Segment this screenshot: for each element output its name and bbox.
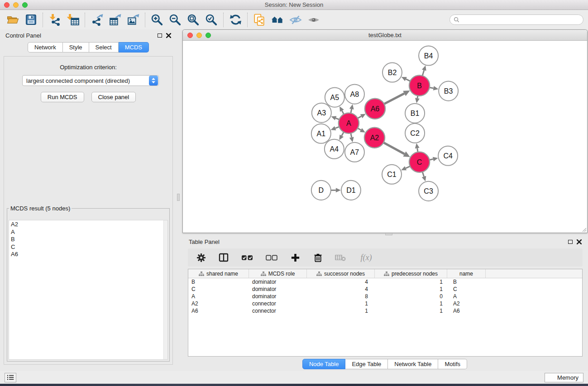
control-panel-title: Control Panel xyxy=(5,32,41,39)
first-neighbors-icon[interactable] xyxy=(268,12,287,28)
memory-button[interactable]: Memory xyxy=(545,373,583,382)
table-panel-title: Table Panel xyxy=(189,238,220,245)
zoom-in-icon[interactable] xyxy=(148,12,166,28)
import-network-icon[interactable] xyxy=(46,12,64,28)
close-panel-icon[interactable] xyxy=(166,33,171,38)
table-cell[interactable]: 1 xyxy=(375,300,447,307)
table-cell[interactable]: connector xyxy=(249,300,307,307)
column-header-name[interactable]: name xyxy=(447,269,486,278)
search-field[interactable] xyxy=(449,14,583,25)
table-cell[interactable]: dominator xyxy=(249,293,307,300)
table-cell[interactable]: A xyxy=(447,293,486,300)
graph-node-label: C2 xyxy=(410,129,420,137)
table-cell[interactable]: A6 xyxy=(188,308,249,314)
table-cell[interactable]: 0 xyxy=(375,293,447,300)
table-cell[interactable]: A xyxy=(188,293,249,300)
export-image-icon[interactable] xyxy=(124,12,142,28)
table-cell[interactable]: dominator xyxy=(249,279,307,285)
mcds-result-item[interactable]: A2 xyxy=(11,221,167,229)
tab-network[interactable]: Network xyxy=(28,42,63,52)
table-cell[interactable]: 1 xyxy=(307,308,375,314)
open-file-icon[interactable] xyxy=(4,12,22,28)
table-row[interactable]: Adominator80A xyxy=(188,293,582,300)
run-mcds-button[interactable]: Run MCDS xyxy=(41,92,84,102)
horizontal-splitter[interactable] xyxy=(182,233,588,236)
tab-network-table[interactable]: Network Table xyxy=(388,359,438,369)
deselect-all-rows-icon[interactable] xyxy=(265,252,278,263)
mcds-result-item[interactable]: C xyxy=(11,243,167,251)
function-builder-icon[interactable]: f(x) xyxy=(357,252,375,263)
refresh-view-icon[interactable] xyxy=(226,12,244,28)
table-row[interactable]: Cdominator41C xyxy=(188,286,582,293)
select-all-rows-icon[interactable] xyxy=(240,252,254,263)
close-panel-icon[interactable] xyxy=(577,239,582,244)
table-row[interactable]: Bdominator41B xyxy=(188,278,582,286)
network-graph[interactable]: AA1A2A3A4A5A6A7A8BB1B2B3B4CC1C2C3C4DD1 xyxy=(183,41,587,233)
table-row[interactable]: A2connector11A2 xyxy=(188,300,582,307)
table-cell[interactable]: 4 xyxy=(307,286,375,292)
export-network-icon[interactable] xyxy=(88,12,106,28)
delete-row-icon[interactable] xyxy=(312,252,324,263)
tab-node-table[interactable]: Node Table xyxy=(302,359,346,369)
graph-node-label: A6 xyxy=(371,105,380,113)
graph-edge-A2-C[interactable] xyxy=(382,142,405,154)
table-row[interactable]: A6connector11A6 xyxy=(188,307,582,315)
table-cell[interactable]: 4 xyxy=(307,279,375,285)
new-network-from-selection-icon[interactable] xyxy=(250,12,268,28)
hide-selected-icon[interactable] xyxy=(287,12,305,28)
table-cell[interactable]: 1 xyxy=(307,300,375,307)
float-panel-icon[interactable] xyxy=(158,33,162,38)
column-header-mcds-role[interactable]: MCDS role xyxy=(249,269,307,278)
splitter-grip[interactable] xyxy=(385,233,392,235)
tab-mcds[interactable]: MCDS xyxy=(119,42,149,52)
attribute-settings-icon[interactable] xyxy=(195,252,207,263)
tab-edge-table[interactable]: Edge Table xyxy=(345,359,388,369)
table-cell[interactable]: connector xyxy=(249,308,307,314)
table-cell[interactable]: 1 xyxy=(375,308,447,314)
node-table: shared name MCDS role successor nodes pr… xyxy=(188,269,583,357)
tab-select[interactable]: Select xyxy=(89,42,119,52)
zoom-fit-icon[interactable] xyxy=(184,12,202,28)
table-cell[interactable]: B xyxy=(188,279,249,285)
graph-node-label: A5 xyxy=(330,94,339,101)
result-scrollbar[interactable] xyxy=(163,220,167,359)
table-cell[interactable]: B xyxy=(447,279,486,285)
table-cell[interactable]: C xyxy=(447,286,486,292)
show-all-icon[interactable] xyxy=(305,12,323,28)
add-row-icon[interactable] xyxy=(289,252,301,263)
column-header-shared-name[interactable]: shared name xyxy=(188,269,249,278)
export-table-icon[interactable] xyxy=(106,12,124,28)
close-panel-button[interactable]: Close panel xyxy=(91,92,136,102)
graph-edge-arrowhead xyxy=(415,98,420,103)
zoom-out-icon[interactable] xyxy=(166,12,184,28)
delete-table-icon[interactable] xyxy=(335,252,346,263)
table-cell[interactable]: A2 xyxy=(188,300,249,307)
mcds-result-list[interactable]: A2ABCA6 xyxy=(9,220,168,360)
column-header-successor-nodes[interactable]: successor nodes xyxy=(307,269,375,278)
mcds-result-item[interactable]: B xyxy=(11,236,167,243)
search-input[interactable] xyxy=(462,17,579,23)
zoom-selected-icon[interactable] xyxy=(202,12,220,28)
column-header-predecessor-nodes[interactable]: predecessor nodes xyxy=(375,269,447,278)
table-cell[interactable]: A2 xyxy=(447,300,486,307)
table-cell[interactable]: 1 xyxy=(375,279,447,285)
table-cell[interactable]: 1 xyxy=(375,286,447,292)
import-table-icon[interactable] xyxy=(64,12,82,28)
table-cell[interactable]: C xyxy=(188,286,249,292)
tab-motifs[interactable]: Motifs xyxy=(438,359,467,369)
table-cell[interactable]: dominator xyxy=(249,286,307,292)
table-cell[interactable]: A6 xyxy=(447,308,486,314)
mcds-result-item[interactable]: A xyxy=(11,229,167,236)
save-session-icon[interactable] xyxy=(22,12,40,28)
float-panel-icon[interactable] xyxy=(568,240,573,244)
graph-edge-A6-B[interactable] xyxy=(383,93,404,105)
splitter-grip[interactable] xyxy=(177,194,180,201)
show-column-icon[interactable] xyxy=(218,252,229,263)
resize-grip-icon[interactable] xyxy=(581,227,587,232)
table-cell[interactable]: 8 xyxy=(307,293,375,300)
criterion-dropdown[interactable]: largest connected component (directed) xyxy=(22,75,159,86)
mcds-result-item[interactable]: A6 xyxy=(11,251,167,258)
show-panels-menu-button[interactable] xyxy=(5,373,16,382)
tab-style[interactable]: Style xyxy=(63,42,89,52)
network-canvas[interactable]: AA1A2A3A4A5A6A7A8BB1B2B3B4CC1C2C3C4DD1 xyxy=(183,41,587,233)
